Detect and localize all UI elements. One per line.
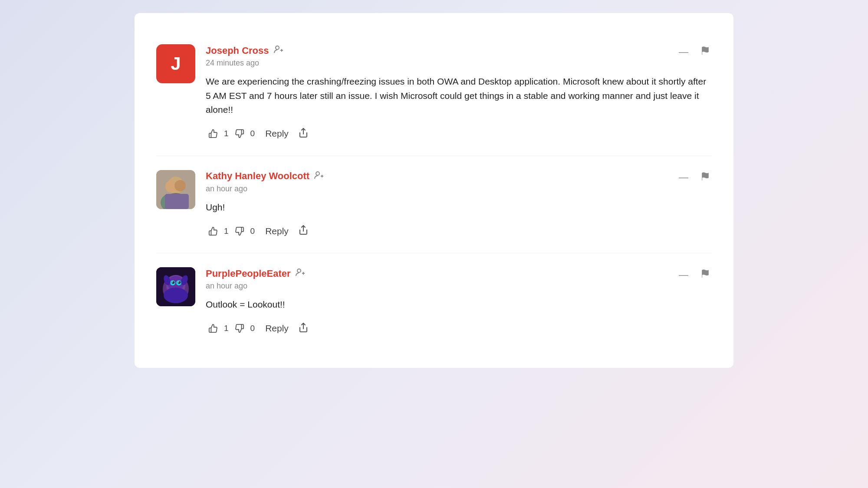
like-button[interactable]: [206, 127, 220, 140]
reply-button[interactable]: Reply: [262, 127, 292, 141]
comment-actions: 1 0 Reply: [206, 223, 712, 239]
thumbdown-icon: [235, 324, 244, 333]
like-count: 1: [224, 324, 229, 333]
timestamp: an hour ago: [206, 282, 712, 291]
comments-container: J Joseph Cross 24 minutes ago We are exp…: [135, 13, 733, 368]
reply-button[interactable]: Reply: [262, 224, 292, 238]
comment-body: PurplePeopleEater an hour ago Outlook = …: [206, 267, 712, 337]
like-count: 1: [224, 226, 229, 236]
minimize-button[interactable]: —: [677, 171, 690, 184]
dislike-button[interactable]: [232, 225, 247, 238]
svg-point-10: [174, 180, 186, 191]
author-name[interactable]: Kathy Hanley Woolcott: [206, 170, 309, 182]
dislike-count: 0: [250, 226, 255, 236]
like-button[interactable]: [206, 322, 220, 335]
comment-meta-right: —: [677, 267, 712, 282]
like-count: 1: [224, 129, 229, 138]
comment-header: Kathy Hanley Woolcott: [206, 170, 712, 183]
comment-body: Kathy Hanley Woolcott an hour ago Ugh!: [206, 170, 712, 239]
thumbdown-icon: [235, 226, 244, 236]
avatar: J: [156, 44, 195, 83]
comment-meta-right: —: [677, 44, 712, 59]
comment-text: Outlook = Lookout!!: [206, 298, 712, 312]
dislike-count: 0: [250, 129, 255, 138]
comment-text: Ugh!: [206, 200, 712, 215]
comment-item: J Joseph Cross 24 minutes ago We are exp…: [156, 30, 712, 156]
follow-icon[interactable]: [273, 44, 284, 57]
avatar-image: [156, 170, 195, 209]
comment-text: We are experiencing the crashing/freezin…: [206, 75, 712, 117]
thumbup-icon: [208, 226, 218, 236]
dislike-button[interactable]: [232, 322, 247, 335]
share-icon: [298, 225, 309, 235]
flag-icon: [700, 46, 710, 56]
svg-point-0: [276, 46, 279, 49]
flag-button[interactable]: [699, 44, 712, 59]
comment-item: PurplePeopleEater an hour ago Outlook = …: [156, 253, 712, 350]
flag-icon: [700, 269, 710, 278]
reply-button[interactable]: Reply: [262, 321, 292, 335]
share-button[interactable]: [296, 223, 311, 239]
comment-header: PurplePeopleEater: [206, 267, 712, 280]
timestamp: 24 minutes ago: [206, 59, 712, 68]
thumbup-icon: [208, 324, 218, 333]
share-button[interactable]: [296, 321, 311, 337]
comment-actions: 1 0 Reply: [206, 126, 712, 142]
share-button[interactable]: [296, 126, 311, 142]
svg-point-30: [297, 269, 301, 272]
svg-point-29: [164, 288, 188, 303]
comment-meta-right: —: [677, 170, 712, 185]
comment-item: Kathy Hanley Woolcott an hour ago Ugh!: [156, 156, 712, 254]
thumbup-icon: [208, 129, 218, 138]
follow-icon[interactable]: [314, 170, 324, 183]
comment-actions: 1 0 Reply: [206, 321, 712, 337]
flag-button[interactable]: [699, 170, 712, 185]
flag-icon: [700, 172, 710, 181]
dislike-count: 0: [250, 324, 255, 333]
author-name[interactable]: PurplePeopleEater: [206, 268, 291, 279]
svg-point-25: [172, 282, 174, 283]
avatar: [156, 267, 195, 306]
comment-body: Joseph Cross 24 minutes ago We are exper…: [206, 44, 712, 142]
minimize-button[interactable]: —: [677, 269, 690, 282]
svg-point-12: [316, 172, 319, 175]
dislike-button[interactable]: [232, 127, 247, 140]
comment-header: Joseph Cross: [206, 44, 712, 57]
thumbdown-icon: [235, 129, 244, 138]
svg-rect-11: [165, 194, 189, 209]
follow-icon[interactable]: [295, 267, 306, 280]
timestamp: an hour ago: [206, 184, 712, 193]
avatar: [156, 170, 195, 209]
flag-button[interactable]: [699, 267, 712, 282]
share-icon: [298, 322, 309, 333]
share-icon: [298, 128, 309, 138]
author-name[interactable]: Joseph Cross: [206, 45, 269, 56]
avatar-image: [156, 267, 195, 306]
minimize-button[interactable]: —: [677, 46, 690, 59]
svg-point-26: [178, 282, 180, 283]
like-button[interactable]: [206, 225, 220, 238]
